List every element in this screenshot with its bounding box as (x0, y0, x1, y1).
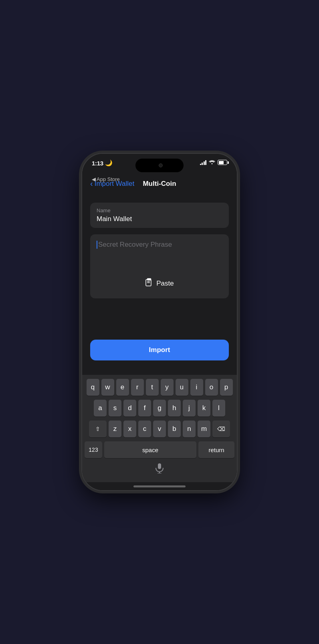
key-z[interactable]: z (109, 421, 121, 437)
keyboard-bottom-row: 123 space return (84, 441, 235, 458)
numbers-key[interactable]: 123 (85, 441, 102, 458)
silent-switch (81, 194, 82, 205)
svg-rect-2 (147, 281, 150, 282)
return-key-label: return (208, 447, 224, 453)
volume-down-button (81, 229, 82, 244)
key-r[interactable]: r (131, 379, 144, 396)
import-button[interactable]: Import (90, 340, 229, 360)
key-t[interactable]: t (146, 379, 159, 396)
status-time: 1:13 🌙 (92, 159, 113, 167)
volume-up-button (81, 210, 82, 224)
key-p[interactable]: p (220, 379, 233, 396)
svg-rect-3 (147, 282, 150, 283)
name-value: Main Wallet (97, 215, 222, 223)
key-k[interactable]: k (198, 400, 210, 417)
back-button-label: Import Wallet (95, 180, 135, 188)
back-chevron-icon: ‹ (90, 179, 93, 188)
space-key[interactable]: space (104, 441, 196, 458)
form-content: Name Main Wallet Secret Recovery Phrase (82, 195, 237, 375)
key-m[interactable]: m (198, 421, 210, 437)
name-input-group[interactable]: Name Main Wallet (90, 203, 229, 228)
key-n[interactable]: n (183, 421, 196, 437)
key-o[interactable]: o (205, 379, 218, 396)
key-e[interactable]: e (116, 379, 129, 396)
keyboard-row-1: q w e r t y u i o p (84, 379, 235, 396)
dynamic-island (135, 159, 184, 172)
spacer (90, 305, 229, 333)
signal-icon (200, 160, 207, 165)
space-key-label: space (142, 447, 158, 453)
import-button-label: Import (149, 346, 170, 354)
key-h[interactable]: h (168, 400, 181, 417)
recovery-phrase-group[interactable]: Secret Recovery Phrase Paste (90, 234, 229, 298)
recovery-input-area: Secret Recovery Phrase (97, 241, 222, 272)
key-i[interactable]: i (190, 379, 203, 396)
home-indicator (82, 482, 237, 490)
keyboard-dictation-row (84, 460, 235, 481)
key-c[interactable]: c (138, 421, 151, 437)
svg-rect-4 (158, 463, 161, 469)
battery-fill (219, 161, 224, 164)
phone-frame: 1:13 🌙 (81, 153, 238, 491)
wifi-icon (209, 159, 215, 165)
power-button (237, 218, 238, 246)
return-key[interactable]: return (198, 441, 234, 458)
svg-rect-1 (147, 278, 151, 280)
key-q[interactable]: q (87, 379, 99, 396)
key-j[interactable]: j (183, 400, 196, 417)
keyboard-row-3: ⇧ z x c v b n m ⌫ (84, 421, 235, 437)
key-d[interactable]: d (123, 400, 136, 417)
status-icons (200, 159, 228, 165)
dictation-button[interactable] (155, 463, 164, 476)
key-v[interactable]: v (153, 421, 166, 437)
screen: 1:13 🌙 (82, 154, 237, 490)
shift-key[interactable]: ⇧ (89, 421, 107, 437)
key-b[interactable]: b (168, 421, 181, 437)
key-f[interactable]: f (138, 400, 151, 417)
paste-label: Paste (156, 280, 174, 288)
numbers-key-label: 123 (89, 447, 98, 453)
text-cursor (97, 241, 97, 249)
paste-icon (145, 278, 153, 289)
keyboard-row-2: a s d f g h j k l (84, 400, 235, 417)
key-u[interactable]: u (176, 379, 188, 396)
name-label: Name (97, 207, 222, 213)
key-x[interactable]: x (123, 421, 136, 437)
key-y[interactable]: y (161, 379, 174, 396)
key-a[interactable]: a (94, 400, 107, 417)
page-title: Multi-Coin (143, 180, 176, 188)
back-button[interactable]: ‹ Import Wallet (90, 179, 134, 188)
moon-icon: 🌙 (105, 159, 113, 167)
home-bar (133, 485, 186, 487)
recovery-placeholder: Secret Recovery Phrase (98, 241, 172, 249)
key-s[interactable]: s (109, 400, 121, 417)
key-w[interactable]: w (101, 379, 114, 396)
keyboard: q w e r t y u i o p a s d f g h j k (82, 375, 237, 482)
time-display: 1:13 (92, 160, 103, 167)
di-camera (159, 163, 163, 167)
key-l[interactable]: l (212, 400, 225, 417)
key-g[interactable]: g (153, 400, 166, 417)
battery-icon (218, 160, 227, 165)
paste-button[interactable]: Paste (97, 275, 222, 292)
delete-key[interactable]: ⌫ (212, 421, 230, 437)
